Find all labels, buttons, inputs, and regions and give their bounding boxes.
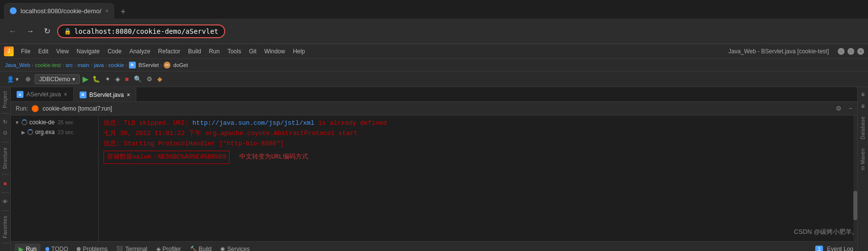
side-locate-icon[interactable]: ⊙ (1, 129, 9, 137)
run-config-dropdown[interactable]: JDBCDemo ▾ (35, 74, 79, 84)
toolbar-debug-icon[interactable]: 🐛 (91, 74, 101, 84)
ide-window-title: Java_Web - BServlet.java [cookie-test] (728, 48, 829, 55)
tab-bservlet[interactable]: B BServlet.java × (74, 88, 137, 101)
tree-label-org-exa: org.exa (35, 129, 55, 136)
toolbar-settings-icon[interactable]: ⚙ (146, 74, 153, 84)
breadcrumb-java[interactable]: java (94, 62, 104, 68)
run-btn-icon: ▶ (19, 245, 24, 251)
toolbar-search-icon[interactable]: 🔍 (133, 74, 143, 84)
window-close-button[interactable]: × (857, 48, 864, 55)
run-panel-settings-icon[interactable]: ⚙ (836, 105, 842, 112)
right-panel-maven[interactable]: m Maven (859, 144, 867, 174)
menu-file[interactable]: File (18, 46, 34, 56)
bottom-btn-problems[interactable]: Problems (73, 244, 111, 251)
toolbar-stop-icon[interactable]: ■ (124, 74, 130, 84)
window-minimize-button[interactable]: − (838, 48, 845, 55)
tree-item-org-exa[interactable]: ▶ org.exa 23 sec (11, 127, 98, 137)
run-button[interactable]: ▶ (83, 74, 88, 84)
bottom-btn-profiler[interactable]: ◈ Profiler (152, 244, 185, 251)
todo-dot-icon (45, 247, 49, 251)
ide-right-side-panel: ≡ ≡ Database m Maven (857, 87, 868, 251)
menu-git[interactable]: Git (246, 46, 260, 56)
bottom-btn-services[interactable]: ◉ Services (216, 244, 254, 251)
tab-bservlet-icon: B (80, 91, 86, 98)
console-line-1-suffix: is already defined (318, 119, 386, 127)
toolbar-coverage-icon[interactable]: ✦ (104, 74, 111, 84)
breadcrumb-doget: doGet (173, 62, 188, 68)
profiler-btn-label: Profiler (163, 246, 181, 251)
console-line-1-link[interactable]: http://java.sun.com/jsp/jstl/xml (192, 119, 315, 127)
event-log-label[interactable]: Event Log (827, 246, 853, 251)
bottom-btn-todo[interactable]: TODO (42, 244, 72, 251)
breadcrumb-cookie[interactable]: cookie (108, 62, 124, 68)
menu-analyze[interactable]: Analyze (126, 46, 154, 56)
nav-refresh-button[interactable]: ↻ (41, 24, 53, 38)
tab-aservlet-close[interactable]: × (64, 91, 67, 98)
side-panel-favorites[interactable]: Favorites (2, 216, 8, 238)
tree-duration-org-exa: 23 sec (58, 129, 73, 135)
menu-window[interactable]: Window (261, 46, 289, 56)
toolbar-cursor-icon[interactable]: ⊕ (24, 74, 32, 84)
ide-toolbar: 👤 ▾ ⊕ JDBCDemo ▾ ▶ 🐛 ✦ ◈ ■ 🔍 ⚙ ◆ (0, 71, 868, 87)
event-log-badge: 3 (815, 246, 823, 251)
address-bar[interactable]: 🔒 localhost:8080/cookie-demo/aServlet (57, 24, 225, 38)
tab-bservlet-label: BServlet.java (89, 91, 124, 98)
nav-forward-button[interactable]: → (23, 25, 37, 38)
console-output: 信息: TLD skipped. URI: http://java.sun.co… (99, 115, 857, 241)
console-scrollbar[interactable] (853, 115, 857, 241)
tree-arrow-cookie-demo: ▼ (15, 120, 20, 125)
menu-refactor[interactable]: Refactor (155, 46, 184, 56)
menu-help[interactable]: Help (290, 46, 309, 56)
side-refresh-icon[interactable]: ↻ (1, 118, 9, 126)
tree-item-cookie-demo[interactable]: ▼ cookie-de 25 sec (11, 117, 98, 127)
run-panel-label: Run: (16, 105, 28, 112)
run-config-arrow: ▾ (72, 76, 75, 83)
menu-run[interactable]: Run (206, 46, 223, 56)
toolbar-profile-icon[interactable]: ◈ (114, 74, 121, 84)
tab-title: localhost:8080/cookie-demo/ (21, 7, 102, 15)
breadcrumb-cookie-test[interactable]: cookie-test (35, 62, 61, 68)
menu-tools[interactable]: Tools (224, 46, 245, 56)
menu-edit[interactable]: Edit (35, 46, 52, 56)
console-line-2: 七月 30, 2022 11:01:22 下午 org.apache.coyot… (104, 129, 852, 139)
menu-code[interactable]: Code (104, 46, 125, 56)
address-lock-icon: 🔒 (64, 28, 71, 35)
bottom-btn-terminal[interactable]: ⬛ Terminal (112, 244, 151, 251)
toolbar-extra-icon[interactable]: ◆ (156, 74, 163, 84)
toolbar-user-btn[interactable]: 👤 ▾ (4, 75, 21, 84)
side-eye-icon[interactable]: 👁 (1, 198, 9, 205)
window-maximize-button[interactable]: □ (847, 48, 854, 55)
csdn-watermark: CSDN @碳烤小肥羊。 (794, 228, 858, 236)
side-chevron-icon[interactable]: » (1, 248, 9, 251)
side-panel-structure[interactable]: Structure (2, 147, 8, 169)
profiler-icon: ◈ (156, 246, 161, 251)
bottom-btn-build[interactable]: 🔨 Build (186, 244, 216, 251)
menu-navigate[interactable]: Navigate (73, 46, 103, 56)
tab-close-btn[interactable]: × (106, 8, 108, 14)
breadcrumb-src[interactable]: src (65, 62, 73, 68)
menu-view[interactable]: View (53, 46, 72, 56)
new-tab-button[interactable]: + (116, 5, 130, 19)
tab-aservlet-icon: A (17, 91, 23, 98)
side-stop-icon[interactable]: ■ (1, 180, 9, 187)
bottom-btn-run[interactable]: ▶ Run (15, 244, 41, 251)
console-scrollbar-thumb[interactable] (853, 191, 857, 220)
breadcrumb-java-web[interactable]: Java_Web (5, 62, 30, 68)
tree-label-cookie-demo: cookie-de (29, 119, 55, 126)
nav-back-button[interactable]: ← (6, 25, 20, 38)
side-panel-project[interactable]: Project (2, 91, 8, 108)
side-divider-6 (1, 243, 9, 243)
ide-left-side-panel: Project ↻ ⊙ Structure ■ 👁 Favorites » (0, 87, 11, 251)
tab-favicon (10, 7, 17, 14)
tab-bservlet-close[interactable]: × (127, 91, 130, 98)
run-panel-close-icon[interactable]: − (848, 105, 852, 112)
address-text: localhost:8080/cookie-demo/aServlet (74, 27, 218, 35)
breadcrumb-main[interactable]: main (78, 62, 89, 68)
menu-build[interactable]: Build (185, 46, 205, 56)
browser-tab-active[interactable]: localhost:8080/cookie-demo/ × (4, 3, 114, 19)
console-line-1-prefix: 信息: TLD skipped. URI: (104, 119, 192, 127)
right-panel-database[interactable]: Database (859, 113, 867, 143)
console-line-1: 信息: TLD skipped. URI: http://java.sun.co… (104, 118, 852, 129)
ide-title-area: Java_Web - BServlet.java [cookie-test] −… (728, 48, 864, 55)
tab-aservlet[interactable]: A AServlet.java × (11, 88, 74, 101)
